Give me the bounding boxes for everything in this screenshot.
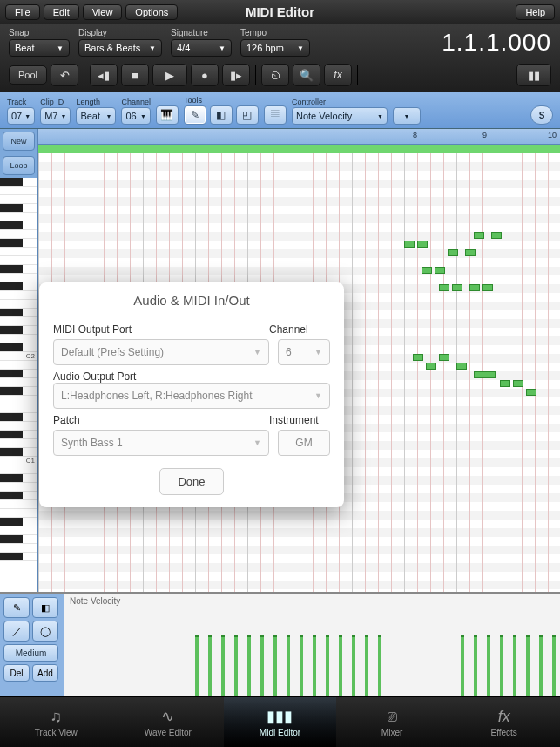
channel-select[interactable]: 06 [121, 107, 151, 125]
velocity-bar[interactable] [461, 635, 464, 696]
length-select[interactable]: Beat [76, 107, 116, 125]
audio-port-select[interactable]: L:Headphones Left, R:Headphones Right [53, 383, 330, 409]
solo-button[interactable]: S [530, 105, 553, 125]
menu-help[interactable]: Help [516, 4, 555, 20]
velocity-grid[interactable]: Note Velocity [64, 594, 560, 696]
menu-options[interactable]: Options [125, 4, 178, 20]
piano-keyboard[interactable]: C2C1 [0, 178, 37, 592]
velocity-bar[interactable] [378, 635, 381, 696]
tab-track-view[interactable]: ♫Track View [0, 697, 112, 747]
signature-select[interactable]: 4/4 [171, 39, 232, 57]
velocity-bar[interactable] [273, 635, 277, 696]
controller-extra-select[interactable] [393, 107, 421, 125]
midi-note[interactable] [491, 232, 502, 239]
velocity-bar[interactable] [552, 635, 556, 696]
velocity-bar[interactable] [234, 635, 238, 696]
velocity-bar[interactable] [247, 635, 251, 696]
velocity-bar[interactable] [260, 635, 264, 696]
midi-note[interactable] [465, 249, 476, 256]
velocity-bar[interactable] [339, 635, 342, 696]
tempo-select[interactable]: 126 bpm [240, 39, 310, 57]
menu-file[interactable]: File [5, 4, 40, 20]
midi-note[interactable] [439, 284, 449, 291]
loop-button[interactable]: Loop [3, 156, 35, 175]
pool-button[interactable]: Pool [9, 65, 47, 85]
midi-note[interactable] [474, 371, 496, 378]
midi-note[interactable] [435, 267, 445, 274]
velocity-bar[interactable] [326, 635, 329, 696]
fx-button[interactable]: fx [324, 64, 352, 86]
instrument-select[interactable]: GM [278, 430, 330, 456]
stop-button[interactable]: ■ [121, 64, 149, 86]
midi-note[interactable] [500, 380, 510, 387]
piano-tool-icon[interactable]: 🎹 [156, 105, 179, 125]
new-clip-button[interactable]: New [3, 132, 35, 151]
patch-select[interactable]: Synth Bass 1 [53, 430, 269, 456]
select-tool-icon[interactable]: ◰ [236, 105, 259, 125]
rewind-button[interactable]: ◂▮ [90, 64, 118, 86]
tab-wave-editor[interactable]: ∿Wave Editor [112, 697, 225, 747]
midi-port-select[interactable]: Default (Prefs Setting) [53, 339, 269, 365]
vel-pencil-icon[interactable]: ✎ [3, 597, 30, 618]
velocity-bar[interactable] [221, 635, 225, 696]
bars-tool-icon[interactable]: 𝄚 [264, 105, 287, 125]
vel-eraser-icon[interactable]: ◧ [32, 597, 58, 618]
velocity-bar[interactable] [539, 635, 543, 696]
midi-note[interactable] [482, 284, 493, 291]
velocity-bar[interactable] [287, 635, 290, 696]
tab-midi-editor[interactable]: ▮▮▮Midi Editor [224, 697, 336, 747]
undo-button[interactable]: ↶ [51, 64, 78, 86]
velocity-bar[interactable] [313, 635, 316, 696]
midi-channel-select[interactable]: 6 [278, 339, 330, 365]
menu-edit[interactable]: Edit [44, 4, 79, 20]
midi-note[interactable] [474, 232, 484, 239]
velocity-bar[interactable] [352, 635, 355, 696]
eraser-tool-icon[interactable]: ◧ [210, 105, 233, 125]
binoculars-icon[interactable]: ▮▮ [516, 64, 551, 86]
ruler-mark: 10 [548, 131, 557, 139]
menu-view[interactable]: View [83, 4, 123, 20]
pencil-tool-icon[interactable]: ✎ [184, 105, 206, 125]
midi-note[interactable] [448, 249, 458, 256]
vel-del-button[interactable]: Del [3, 664, 30, 682]
metronome-icon[interactable]: ⏲ [261, 64, 289, 86]
velocity-bar[interactable] [365, 635, 368, 696]
vel-color-icon[interactable]: ◯ [32, 621, 58, 642]
controller-select[interactable]: Note Velocity [292, 107, 388, 125]
velocity-bar[interactable] [300, 635, 303, 696]
velocity-bar[interactable] [195, 635, 199, 696]
midi-note[interactable] [404, 241, 415, 248]
midi-note[interactable] [513, 380, 523, 387]
vel-add-button[interactable]: Add [32, 664, 58, 682]
record-button[interactable]: ● [191, 64, 219, 86]
snap-select[interactable]: Beat [9, 39, 70, 57]
done-button[interactable]: Done [159, 468, 223, 495]
velocity-bar[interactable] [487, 635, 490, 696]
velocity-bar[interactable] [526, 635, 530, 696]
display-select[interactable]: Bars & Beats [78, 39, 162, 57]
clipid-select[interactable]: M7 [40, 107, 71, 125]
loop-region[interactable] [38, 145, 560, 153]
track-select[interactable]: 07 [7, 107, 35, 125]
midi-note[interactable] [469, 284, 480, 291]
velocity-bar[interactable] [474, 635, 477, 696]
midi-note[interactable] [413, 354, 423, 361]
time-ruler[interactable]: 8 9 10 [38, 129, 560, 145]
midi-note[interactable] [422, 267, 432, 274]
zoom-icon[interactable]: 🔍 [293, 64, 320, 86]
tab-mixer[interactable]: ⎚Mixer [336, 697, 449, 747]
midi-note[interactable] [439, 354, 449, 361]
tab-effects[interactable]: fxEffects [448, 697, 560, 747]
midi-note[interactable] [426, 363, 436, 370]
midi-note[interactable] [417, 241, 428, 248]
midi-note[interactable] [456, 363, 467, 370]
vel-line-icon[interactable]: ／ [3, 621, 30, 642]
velocity-bar[interactable] [513, 635, 516, 696]
forward-button[interactable]: ▮▸ [222, 64, 250, 86]
play-button[interactable]: ▶ [152, 64, 187, 86]
midi-note[interactable] [452, 284, 462, 291]
velocity-bar[interactable] [500, 635, 503, 696]
midi-note[interactable] [526, 389, 536, 396]
velocity-bar[interactable] [208, 635, 212, 696]
vel-size-button[interactable]: Medium [3, 644, 58, 662]
